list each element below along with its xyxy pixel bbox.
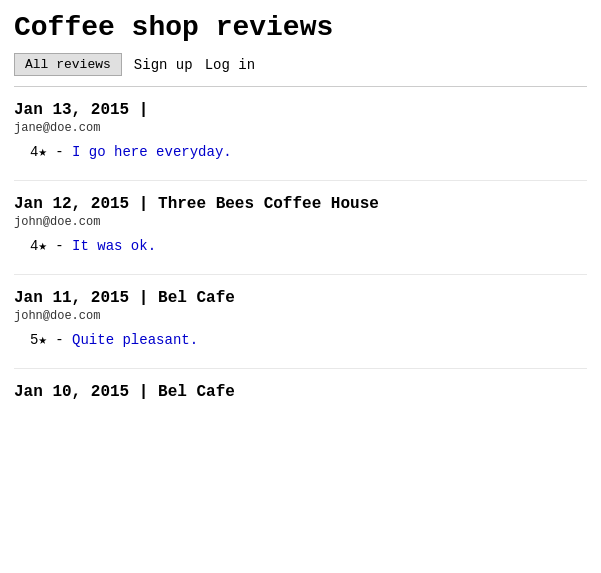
- review-block: Jan 11, 2015 | Bel Cafejohn@doe.com5★ - …: [14, 289, 587, 348]
- review-separator: [14, 274, 587, 275]
- review-header: Jan 13, 2015 |: [14, 101, 587, 119]
- review-header: Jan 10, 2015 | Bel Cafe: [14, 383, 587, 401]
- review-body: 5★ - Quite pleasant.: [30, 331, 587, 348]
- reviews-container: Jan 13, 2015 |jane@doe.com4★ - I go here…: [14, 101, 587, 401]
- review-block: Jan 10, 2015 | Bel Cafe: [14, 383, 587, 401]
- review-header: Jan 11, 2015 | Bel Cafe: [14, 289, 587, 307]
- review-block: Jan 13, 2015 |jane@doe.com4★ - I go here…: [14, 101, 587, 160]
- review-body: 4★ - It was ok.: [30, 237, 587, 254]
- review-text: Quite pleasant.: [72, 332, 198, 348]
- nav-divider: [14, 86, 587, 87]
- review-text: It was ok.: [72, 238, 156, 254]
- page-title: Coffee shop reviews: [14, 12, 587, 43]
- sign-up-link[interactable]: Sign up: [134, 57, 193, 73]
- nav-bar: All reviews Sign up Log in: [14, 53, 587, 76]
- review-block: Jan 12, 2015 | Three Bees Coffee Housejo…: [14, 195, 587, 254]
- rating-stars: 4★: [30, 238, 47, 254]
- all-reviews-button[interactable]: All reviews: [14, 53, 122, 76]
- review-header: Jan 12, 2015 | Three Bees Coffee House: [14, 195, 587, 213]
- rating-stars: 5★: [30, 332, 47, 348]
- review-text: I go here everyday.: [72, 144, 232, 160]
- review-body: 4★ - I go here everyday.: [30, 143, 587, 160]
- review-user: jane@doe.com: [14, 121, 587, 135]
- review-separator: [14, 368, 587, 369]
- review-user: john@doe.com: [14, 309, 587, 323]
- review-user: john@doe.com: [14, 215, 587, 229]
- review-separator: [14, 180, 587, 181]
- log-in-link[interactable]: Log in: [205, 57, 255, 73]
- rating-stars: 4★: [30, 144, 47, 160]
